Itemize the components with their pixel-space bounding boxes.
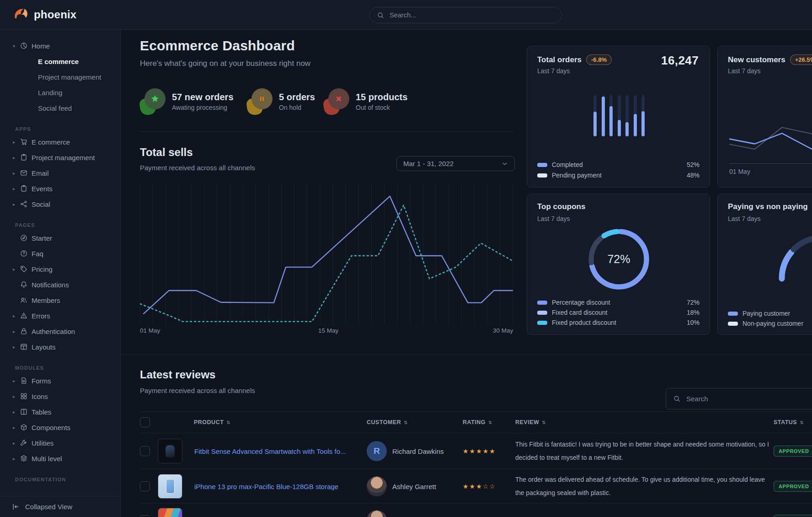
sidebar-item-ecommerce[interactable]: ▸E commerce <box>0 134 120 150</box>
orders-bar-chart <box>593 95 645 136</box>
sidebar-item-landing[interactable]: Landing <box>0 85 120 100</box>
row-checkbox[interactable] <box>140 446 150 456</box>
sidebar-item-errors[interactable]: ▸Errors <box>0 308 120 323</box>
product-thumbnail[interactable] <box>158 439 182 463</box>
sidebar-item-notifications[interactable]: Notifications <box>0 277 120 292</box>
date-range-select[interactable]: Mar 1 - 31, 2022 <box>396 156 515 171</box>
legend-percentage-discount: Percentage discount 72% <box>537 299 700 306</box>
out-of-stock-icon <box>324 88 349 115</box>
sidebar-item-utilities[interactable]: ▸Utilities <box>0 435 120 451</box>
chevron-right-icon: ▸ <box>13 186 20 191</box>
lock-icon <box>20 328 27 335</box>
share-icon <box>20 200 27 208</box>
avatar <box>367 476 387 496</box>
brand-logo[interactable]: phoenix <box>13 6 76 23</box>
layout-icon <box>20 343 27 350</box>
sidebar-item-components[interactable]: ▸Components <box>0 420 120 435</box>
sidebar-item-members[interactable]: Members <box>0 292 120 308</box>
collapse-sidebar-button[interactable]: Collapsed View <box>0 496 121 517</box>
table-row: It's a Mac, after all. Once you've gone … <box>140 503 812 517</box>
axis-label: 01 May <box>729 168 750 175</box>
sidebar-item-ecommerce-dashboard[interactable]: E commerce <box>0 54 120 69</box>
card-title: Total orders <box>537 55 582 65</box>
total-sells-chart <box>140 183 513 325</box>
axis-label-30-may: 30 May <box>493 327 513 334</box>
wrench-icon <box>20 439 27 447</box>
sidebar-item-layouts[interactable]: ▸Layouts <box>0 339 120 355</box>
avatar: R <box>367 441 387 461</box>
pause-icon <box>257 94 267 103</box>
on-hold-icon <box>247 88 272 115</box>
sort-icon: ⇅ <box>226 420 230 425</box>
chevron-right-icon: ▸ <box>13 155 20 160</box>
sidebar-item-project-management[interactable]: ▸Project management <box>0 150 120 165</box>
sidebar-item-social-feed[interactable]: Social feed <box>0 100 120 116</box>
sidebar-item-email[interactable]: ▸Email <box>0 165 120 181</box>
total-sells-subtitle: Payment received across all channels <box>140 164 255 172</box>
customer-name: Richard Dawkins <box>392 447 444 455</box>
sidebar-item-faq[interactable]: Faq <box>0 246 120 261</box>
delta-badge: -6.8% <box>586 54 612 65</box>
chevron-right-icon: ▸ <box>13 267 20 272</box>
total-sells-title: Total sells <box>140 146 193 159</box>
chevron-right-icon: ▸ <box>13 171 20 176</box>
column-header-customer[interactable]: CUSTOMER⇅ <box>367 419 408 425</box>
legend-fixed-card-discount: Fixed card discount 18% <box>537 309 700 316</box>
chevron-right-icon: ▸ <box>13 313 20 318</box>
page-title: Ecommerce Dashboard <box>140 38 295 54</box>
column-header-status[interactable]: STATUS⇅ <box>774 419 804 425</box>
select-all-checkbox[interactable] <box>140 417 150 427</box>
sidebar-item-starter[interactable]: Starter <box>0 230 120 246</box>
new-customers-card: New customers +26.5% Last 7 days 01 May <box>717 46 812 188</box>
phoenix-logo-icon <box>13 6 29 23</box>
file-text-icon <box>20 377 27 384</box>
stat-orders-on-hold: 5 orders On hold <box>247 88 315 115</box>
legend-swatch <box>537 163 547 167</box>
product-link[interactable]: iPhone 13 pro max-Pacific Blue-128GB sto… <box>194 482 338 490</box>
legend-fixed-product-discount: Fixed product discount 10% <box>537 319 700 326</box>
bell-icon <box>20 281 27 288</box>
reviews-search-input[interactable] <box>685 394 812 403</box>
sidebar-item-tables[interactable]: ▸Tables <box>0 404 120 420</box>
chevron-right-icon: ▸ <box>13 394 20 399</box>
sidebar-section-pages: PAGES <box>0 220 120 230</box>
sidebar-item-forms[interactable]: ▸Forms <box>0 373 120 388</box>
main-content: Ecommerce Dashboard Here's what's going … <box>121 30 812 517</box>
global-search-input[interactable] <box>389 11 554 19</box>
sidebar: ▾ Home E commerce Project management Lan… <box>0 30 121 517</box>
row-checkbox[interactable] <box>140 481 150 491</box>
product-thumbnail[interactable] <box>158 474 182 499</box>
sidebar-item-pricing[interactable]: ▸Pricing <box>0 261 120 277</box>
sidebar-item-home[interactable]: ▾ Home <box>0 38 120 54</box>
sidebar-item-authentication[interactable]: ▸Authentication <box>0 323 120 339</box>
column-header-product[interactable]: PRODUCT⇅ <box>194 419 230 425</box>
chevron-down-icon <box>502 161 508 167</box>
sidebar-item-multi-level[interactable]: ▸Multi level <box>0 451 120 466</box>
row-checkbox[interactable] <box>140 515 150 517</box>
column-header-review[interactable]: REVIEW⇅ <box>515 419 546 425</box>
new-orders-icon <box>140 88 166 115</box>
stat-new-orders: 57 new orders Awating processing <box>140 88 234 115</box>
table-row: Fitbit Sense Advanced Smartwatch with To… <box>140 433 812 469</box>
sidebar-item-events[interactable]: ▸Events <box>0 181 120 196</box>
legend-paying-customer: Paying customer <box>728 310 812 317</box>
clipboard-icon <box>20 154 27 161</box>
column-header-rating[interactable]: RATING⇅ <box>463 419 492 425</box>
sort-icon: ⇅ <box>404 420 408 425</box>
status-badge: APPROVED <box>774 515 812 517</box>
clipboard-icon <box>20 185 27 192</box>
stat-out-of-stock: 15 products Out of stock <box>324 88 407 115</box>
sidebar-item-icons[interactable]: ▸Icons <box>0 388 120 404</box>
sidebar-item-project-management-dashboard[interactable]: Project management <box>0 69 120 85</box>
product-thumbnail[interactable] <box>158 508 182 517</box>
review-text: The order was delivered ahead of schedul… <box>515 473 771 500</box>
brand-name: phoenix <box>34 8 76 21</box>
product-link[interactable]: Fitbit Sense Advanced Smartwatch with To… <box>194 447 346 455</box>
chevron-right-icon: ▸ <box>13 345 20 350</box>
sidebar-item-social[interactable]: ▸Social <box>0 196 120 212</box>
question-circle-icon <box>20 250 27 257</box>
search-icon <box>377 12 384 19</box>
chevron-right-icon: ▸ <box>13 140 20 145</box>
card-period: Last 7 days <box>537 215 570 222</box>
latest-reviews-subtitle: Payment received across all channels <box>140 387 255 394</box>
